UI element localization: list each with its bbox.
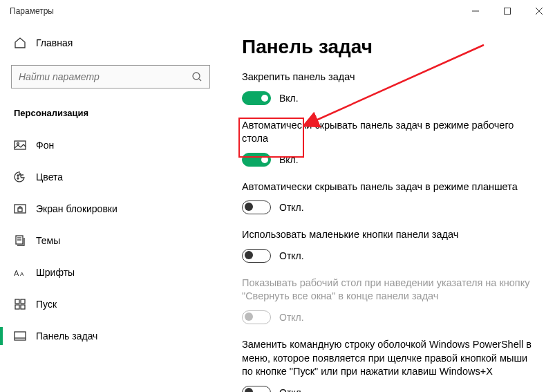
- svg-point-7: [17, 143, 19, 145]
- setting-peek-desktop: Показывать рабочий стол при наведении ук…: [242, 277, 534, 324]
- setting-label: Автоматически скрывать панель задач в ре…: [242, 180, 534, 194]
- start-icon: [14, 298, 26, 310]
- maximize-button[interactable]: [491, 0, 523, 22]
- lockscreen-icon: [14, 203, 26, 215]
- page-title: Панель задач: [242, 36, 534, 58]
- sidebar-item-label: Панель задач: [36, 330, 97, 342]
- search-icon: [191, 71, 203, 82]
- setting-label: Использовать маленькие кнопки панели зад…: [242, 228, 534, 242]
- svg-rect-18: [15, 299, 19, 304]
- sidebar-item-label: Фон: [36, 140, 54, 151]
- sidebar-item-fonts[interactable]: AA Шрифты: [0, 256, 221, 288]
- titlebar[interactable]: Параметры: [0, 0, 555, 22]
- sidebar-item-colors[interactable]: Цвета: [0, 161, 221, 193]
- toggle-autohide-desktop[interactable]: [242, 153, 271, 167]
- taskbar-icon: [14, 330, 26, 342]
- sidebar-item-start[interactable]: Пуск: [0, 288, 221, 320]
- palette-icon: [14, 171, 26, 183]
- sidebar-item-background[interactable]: Фон: [0, 129, 221, 161]
- sidebar-item-label: Цвета: [36, 171, 63, 183]
- picture-icon: [14, 139, 26, 151]
- svg-rect-21: [21, 305, 25, 309]
- toggle-peek-desktop: [242, 310, 271, 324]
- toggle-autohide-tablet[interactable]: [242, 200, 271, 214]
- fonts-icon: AA: [14, 266, 26, 279]
- home-icon: [14, 37, 26, 49]
- search-box[interactable]: [11, 65, 210, 88]
- sidebar-item-label: Экран блокировки: [36, 203, 117, 214]
- svg-point-9: [19, 174, 21, 175]
- toggle-state: Откл.: [279, 387, 304, 392]
- svg-point-10: [17, 178, 19, 179]
- toggle-powershell[interactable]: [242, 386, 271, 392]
- sidebar-item-label: Темы: [36, 235, 60, 246]
- toggle-lock-taskbar[interactable]: [242, 91, 271, 105]
- sidebar-item-themes[interactable]: Темы: [0, 225, 221, 256]
- svg-point-4: [193, 73, 200, 80]
- svg-text:A: A: [20, 271, 24, 277]
- setting-powershell: Заменить командную строку оболочкой Wind…: [242, 338, 534, 392]
- setting-lock-taskbar: Закрепить панель задач Вкл.: [242, 71, 534, 105]
- sidebar-item-label: Шрифты: [36, 267, 75, 278]
- window-controls: [460, 0, 555, 22]
- home-label: Главная: [36, 37, 73, 48]
- setting-autohide-tablet: Автоматически скрывать панель задач в ре…: [242, 180, 534, 215]
- sidebar-item-label: Пуск: [36, 299, 57, 310]
- toggle-state: Откл.: [279, 250, 304, 261]
- svg-text:A: A: [14, 269, 19, 277]
- category-header: Персонализация: [0, 102, 221, 129]
- setting-label: Заменить командную строку оболочкой Wind…: [242, 338, 534, 379]
- minimize-button[interactable]: [460, 0, 491, 22]
- toggle-state: Откл.: [279, 202, 304, 213]
- sidebar-item-taskbar[interactable]: Панель задач: [0, 320, 221, 352]
- window-title: Параметры: [10, 6, 54, 16]
- setting-autohide-desktop: Автоматически скрывать панель задач в ре…: [242, 119, 534, 167]
- search-input[interactable]: [19, 71, 191, 82]
- toggle-state: Вкл.: [279, 93, 299, 104]
- svg-line-5: [199, 79, 201, 81]
- setting-small-buttons: Использовать маленькие кнопки панели зад…: [242, 228, 534, 263]
- setting-label: Автоматически скрывать панель задач в ре…: [242, 119, 534, 146]
- main-content: Панель задач Закрепить панель задач Вкл.…: [221, 22, 555, 392]
- svg-rect-20: [15, 305, 19, 309]
- toggle-state: Откл.: [279, 312, 304, 323]
- svg-rect-1: [505, 8, 511, 15]
- svg-rect-12: [18, 208, 22, 212]
- svg-point-8: [17, 175, 19, 176]
- sidebar: Главная Персонализация Фон Цвета: [0, 22, 221, 392]
- close-button[interactable]: [523, 0, 555, 22]
- toggle-small-buttons[interactable]: [242, 249, 271, 263]
- setting-label: Показывать рабочий стол при наведении ук…: [242, 277, 534, 304]
- themes-icon: [14, 234, 26, 247]
- home-nav[interactable]: Главная: [0, 29, 221, 57]
- toggle-state: Вкл.: [279, 154, 299, 165]
- setting-label: Закрепить панель задач: [242, 71, 534, 84]
- svg-rect-22: [15, 332, 26, 340]
- sidebar-item-lockscreen[interactable]: Экран блокировки: [0, 193, 221, 225]
- svg-rect-19: [21, 299, 25, 304]
